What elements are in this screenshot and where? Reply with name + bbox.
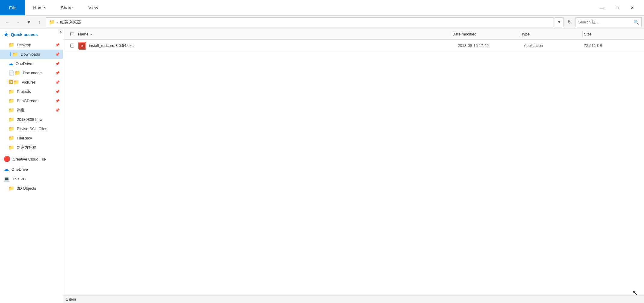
sidebar-filerecv-label: FileRecv — [17, 136, 32, 140]
desktop-folder-icon: 📁 — [8, 42, 14, 48]
sidebar-item-this-pc[interactable]: 💻 This PC — [0, 174, 63, 184]
col-header-type[interactable]: Type — [521, 32, 581, 36]
window-controls: — □ ✕ — [595, 3, 644, 13]
sidebar-bitvise-label: Bitvise SSH Clien — [17, 127, 47, 131]
column-headers: Name ▲ Date modified Type Size — [63, 29, 644, 40]
file-type: Application — [524, 43, 584, 48]
sidebar-projects-label: Projects — [17, 89, 31, 94]
file-date-modified: 2018-08-15 17:45 — [458, 43, 524, 48]
sidebar-item-desktop[interactable]: 📁 Desktop 📌 — [0, 40, 63, 50]
col-header-name[interactable]: Name ▲ — [78, 32, 450, 36]
file-name: install_redcore.3.0.54.exe — [89, 43, 458, 48]
pin-icon-documents: 📌 — [55, 71, 60, 75]
path-separator: › — [57, 20, 58, 25]
file-size: 72,511 KB — [584, 43, 644, 48]
bangdream-folder-icon: 📁 — [8, 98, 14, 104]
pin-icon-projects: 📌 — [55, 90, 60, 94]
search-box[interactable]: 🔍 — [576, 17, 642, 27]
sort-arrow-name: ▲ — [90, 32, 93, 36]
sidebar-item-projects[interactable]: 📁 Projects 📌 — [0, 87, 63, 96]
select-all-checkbox[interactable] — [70, 32, 74, 36]
pin-icon: 📌 — [55, 43, 60, 47]
taobao-folder-icon: 📁 — [8, 107, 14, 113]
quick-access-label: Quick access — [11, 32, 38, 37]
sidebar-pictures-label: Pictures — [22, 80, 36, 84]
col-divider-3 — [582, 31, 583, 37]
downloads-folder-icon: ⬇📁 — [8, 51, 18, 57]
sidebar-item-filerecv[interactable]: 📁 FileRecv — [0, 133, 63, 143]
exe-icon: R — [78, 42, 86, 50]
svg-text:R: R — [81, 45, 83, 47]
tab-view[interactable]: View — [80, 0, 106, 15]
sidebar-item-bitvise[interactable]: 📁 Bitvise SSH Clien — [0, 124, 63, 133]
sidebar-item-bangdream[interactable]: 📁 BanGDream 📌 — [0, 96, 63, 106]
sidebar-downloads-label: Downloads — [21, 52, 40, 57]
row-checkbox[interactable] — [70, 44, 74, 47]
address-dropdown-button[interactable]: ▼ — [555, 17, 564, 27]
sidebar-item-3d-objects[interactable]: 📁 3D Objects — [0, 184, 63, 193]
close-button[interactable]: ✕ — [625, 3, 639, 13]
recent-locations-button[interactable]: ▼ — [24, 17, 34, 27]
pin-icon-bangdream: 📌 — [55, 99, 60, 103]
address-path[interactable]: 📁 › 红芯浏览器 — [46, 17, 554, 27]
sidebar-creative-cloud-label: Creative Cloud File — [13, 157, 46, 161]
onedrive-qa-icon: ☁ — [8, 61, 13, 66]
filerecv-folder-icon: 📁 — [8, 135, 14, 141]
sidebar-xindongfang-label: 新东方托福 — [17, 145, 36, 150]
minimize-button[interactable]: — — [595, 3, 609, 13]
projects-folder-icon: 📁 — [8, 89, 14, 94]
col-divider-2 — [520, 31, 520, 37]
row-checkbox-area — [66, 44, 78, 47]
search-input[interactable] — [578, 20, 632, 24]
sidebar-desktop-label: Desktop — [17, 43, 31, 47]
tab-file[interactable]: File — [0, 0, 25, 15]
sidebar-item-documents[interactable]: 📄📁 Documents 📌 — [0, 68, 63, 78]
sidebar-quick-access-header[interactable]: ★ Quick access — [0, 29, 63, 40]
refresh-button[interactable]: ↻ — [565, 17, 574, 27]
sidebar-this-pc-label: This PC — [12, 177, 26, 181]
empty-content-area[interactable] — [63, 52, 644, 295]
tab-share[interactable]: Share — [53, 0, 80, 15]
tab-home[interactable]: Home — [25, 0, 53, 15]
status-text: 1 item — [66, 297, 76, 301]
sidebar-20180808-label: 20180808 hhw — [17, 117, 42, 122]
header-checkbox-area — [66, 32, 78, 36]
sidebar-documents-label: Documents — [23, 71, 43, 75]
col-divider-1 — [451, 31, 451, 37]
sidebar-item-xindongfang[interactable]: 📁 新东方托福 — [0, 143, 63, 152]
sidebar-bangdream-label: BanGDream — [17, 99, 38, 103]
creative-cloud-icon: 🔴 — [4, 156, 10, 162]
pictures-folder-icon: 🖼📁 — [8, 79, 19, 85]
star-icon: ★ — [4, 31, 8, 38]
status-bar: 1 item — [63, 295, 644, 303]
sidebar-item-20180808[interactable]: 📁 20180808 hhw — [0, 115, 63, 124]
col-header-date[interactable]: Date modified — [452, 32, 518, 36]
pin-icon-taobao: 📌 — [55, 108, 60, 112]
maximize-button[interactable]: □ — [610, 3, 624, 13]
sidebar-item-pictures[interactable]: 🖼📁 Pictures 📌 — [0, 78, 63, 87]
title-bar: File Home Share View — □ ✕ — [0, 0, 644, 16]
sidebar-item-creative-cloud[interactable]: 🔴 Creative Cloud File — [0, 154, 63, 164]
svg-point-0 — [80, 43, 85, 48]
sidebar-scroll-up[interactable]: ▲ — [59, 29, 63, 34]
pin-icon-pictures: 📌 — [55, 80, 60, 84]
sidebar-item-onedrive-qa[interactable]: ☁ OneDrive 📌 — [0, 59, 63, 68]
20180808-folder-icon: 📁 — [8, 117, 14, 122]
path-text: 红芯浏览器 — [60, 20, 81, 25]
sidebar: ▲ ★ Quick access 📁 Desktop 📌 ⬇📁 Download… — [0, 29, 63, 303]
sidebar-taobao-label: 淘宝 — [17, 108, 25, 113]
back-button[interactable]: ← — [2, 17, 12, 27]
col-header-size[interactable]: Size — [584, 32, 644, 36]
up-button[interactable]: ↑ — [35, 17, 44, 27]
main-layout: ▲ ★ Quick access 📁 Desktop 📌 ⬇📁 Download… — [0, 29, 644, 303]
table-row[interactable]: R install_redcore.3.0.54.exe 2018-08-15 … — [63, 40, 644, 52]
sidebar-item-onedrive-main[interactable]: ☁ OneDrive — [0, 164, 63, 174]
documents-folder-icon: 📄📁 — [8, 70, 20, 76]
forward-button[interactable]: → — [13, 17, 23, 27]
content-area: Name ▲ Date modified Type Size — [63, 29, 644, 303]
3d-objects-folder-icon: 📁 — [8, 185, 14, 191]
sidebar-item-taobao[interactable]: 📁 淘宝 📌 — [0, 106, 63, 115]
sidebar-item-downloads[interactable]: ⬇📁 Downloads 📌 — [0, 50, 63, 59]
pin-icon-onedrive: 📌 — [55, 62, 60, 66]
bitvise-folder-icon: 📁 — [8, 126, 14, 132]
